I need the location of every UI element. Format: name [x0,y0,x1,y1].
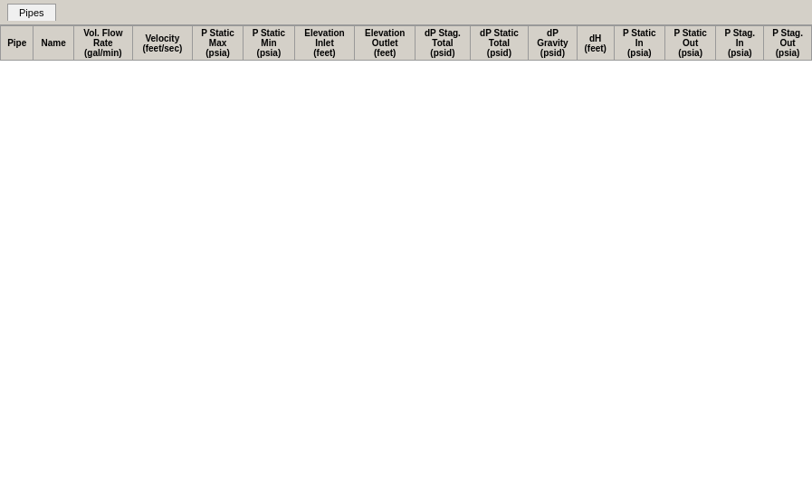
col-vol-flow: Vol. FlowRate(gal/min) [73,26,132,61]
col-dp-static-total: dP StaticTotal(psid) [470,26,528,61]
col-dh: dH(feet) [577,26,614,61]
title-bar: Pipes [0,0,812,25]
column-header-row: Pipe Name Vol. FlowRate(gal/min) Velocit… [1,26,812,61]
col-dp-gravity: dPGravity(psid) [529,26,578,61]
col-elev-inlet: ElevationInlet(feet) [294,26,355,61]
col-elev-outlet: ElevationOutlet(feet) [355,26,416,61]
col-velocity: Velocity(feet/sec) [132,26,192,61]
table-container[interactable]: Pipe Name Vol. FlowRate(gal/min) Velocit… [0,25,812,504]
col-dp-stag-total: dP Stag.Total(psid) [416,26,471,61]
col-p-stag-in: P Stag.In(psia) [716,26,764,61]
col-p-static-min: P StaticMin(psia) [244,26,294,61]
col-name: Name [33,26,73,61]
col-p-stag-out: P Stag.Out(psia) [764,26,812,61]
col-p-static-max: P StaticMax(psia) [192,26,243,61]
col-pipe: Pipe [1,26,33,61]
col-p-static-in: P StaticIn(psia) [614,26,664,61]
pipes-table: Pipe Name Vol. FlowRate(gal/min) Velocit… [0,25,812,61]
pipes-tab[interactable]: Pipes [7,4,56,21]
col-p-static-out: P StaticOut(psia) [664,26,715,61]
